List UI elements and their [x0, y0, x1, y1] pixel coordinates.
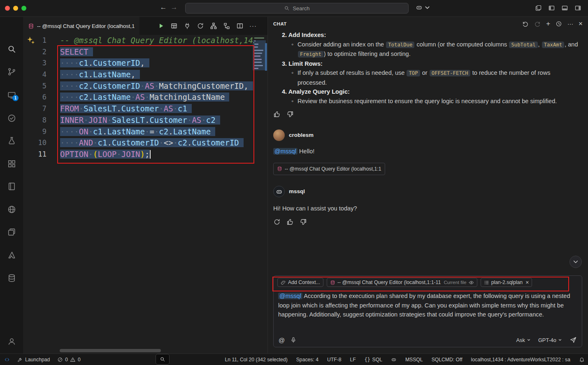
toggle-secondary-sidebar-icon[interactable]: [574, 5, 581, 12]
code-line[interactable]: 2SELECT: [23, 46, 254, 58]
code-editor[interactable]: 1-- @mssql Chat Query Editor (localhost,…: [23, 35, 267, 353]
sidebar-item-github[interactable]: [2, 200, 21, 218]
nav-forward-button[interactable]: →: [170, 3, 179, 12]
regenerate-icon[interactable]: [273, 218, 281, 226]
line-number[interactable]: 2: [23, 46, 60, 58]
mention-button[interactable]: @: [279, 337, 285, 344]
line-number[interactable]: 8: [23, 115, 60, 126]
code-line[interactable]: 11OPTION·(LOOP·JOIN);: [23, 149, 254, 160]
new-chat-icon[interactable]: +: [546, 21, 550, 27]
refresh-connection-icon[interactable]: [197, 22, 204, 30]
schema-compare-icon[interactable]: [223, 22, 230, 30]
code-line[interactable]: 9····ON·c1.LastName·=·c2.LastName: [23, 126, 254, 138]
accounts-button[interactable]: [2, 332, 21, 350]
language-mode-status[interactable]: {}SQL: [365, 357, 382, 363]
schema-tree-icon[interactable]: [210, 22, 217, 30]
maximize-window-button[interactable]: [21, 6, 26, 11]
thumbs-down-icon[interactable]: [300, 218, 307, 226]
outline-list-icon: [484, 280, 489, 285]
mssql-status[interactable]: MSSQL: [405, 357, 423, 363]
braces-icon: {}: [365, 357, 370, 363]
thumbs-up-icon[interactable]: [286, 218, 294, 226]
code-line[interactable]: 8INNER·JOIN·SalesLT.Customer·AS·c2: [23, 115, 254, 126]
sqlcmd-status[interactable]: SQLCMD: Off: [432, 357, 462, 363]
microphone-icon[interactable]: [290, 337, 297, 343]
line-number[interactable]: 5: [23, 81, 60, 92]
close-window-button[interactable]: [5, 6, 10, 11]
model-dropdown[interactable]: GPT-4o: [538, 337, 562, 343]
results-grid-icon[interactable]: [170, 22, 178, 30]
bullet-marker: ◦: [291, 97, 293, 106]
code-line[interactable]: 6····c2.LastName·AS·MatchingLastName: [23, 92, 254, 103]
line-number[interactable]: 7: [23, 103, 60, 115]
sidebar-item-database[interactable]: [2, 269, 21, 287]
line-number[interactable]: 9: [23, 126, 60, 138]
line-number[interactable]: 6: [23, 92, 60, 103]
problems-status[interactable]: 0 0: [57, 357, 81, 363]
history-icon[interactable]: [555, 21, 562, 27]
code-line[interactable]: 3····c1.CustomerID,: [23, 58, 254, 69]
code-line[interactable]: 10····AND·c1.CustomerID·<>·c2.CustomerID: [23, 137, 254, 149]
toggle-sidebar-icon[interactable]: [548, 5, 555, 12]
thumbs-down-icon[interactable]: [286, 111, 294, 118]
sidebar-item-testing[interactable]: [2, 109, 21, 127]
connection-status[interactable]: localhost,1434 : AdventureWorksLT2022 : …: [471, 357, 570, 363]
sidebar-item-remote-explorer[interactable]: 1: [2, 86, 21, 104]
sidebar-item-run-experiments[interactable]: [2, 132, 21, 150]
line-number[interactable]: 1: [23, 35, 60, 46]
copilot-status[interactable]: [391, 357, 397, 363]
sidebar-item-azure[interactable]: [2, 246, 21, 264]
eye-icon[interactable]: [469, 280, 474, 285]
scroll-to-bottom-button[interactable]: [569, 256, 582, 268]
editor-tab[interactable]: -- @mssql Chat Query Editor (localhost,1: [23, 17, 139, 35]
sidebar-item-notebooks[interactable]: [2, 177, 21, 195]
run-query-button[interactable]: [157, 22, 165, 30]
more-actions-icon[interactable]: ···: [249, 22, 257, 30]
notifications-bell[interactable]: [579, 357, 585, 363]
remote-indicator[interactable]: [4, 357, 10, 363]
toggle-panel-icon[interactable]: [561, 5, 568, 12]
sidebar-item-extensions[interactable]: [2, 155, 21, 173]
source-control-icon: [7, 67, 16, 76]
attachment-pill[interactable]: -- @mssql Chat Query Editor (localhost,1…: [273, 163, 385, 176]
indentation-status[interactable]: Spaces: 4: [296, 357, 318, 363]
undo-icon[interactable]: [522, 21, 529, 27]
mode-dropdown[interactable]: Ask: [516, 337, 531, 343]
close-icon[interactable]: ×: [579, 21, 583, 27]
eol-status[interactable]: LF: [350, 357, 356, 363]
line-number[interactable]: 10: [23, 137, 60, 149]
send-button[interactable]: [569, 336, 577, 344]
code-line[interactable]: 5····c2.CustomerID·AS·MatchingCustomerID…: [23, 81, 254, 92]
line-number[interactable]: 3: [23, 58, 60, 69]
context-plan-chip[interactable]: plan-2.sqlplan ×: [481, 278, 532, 287]
code-line[interactable]: 7FROM·SalesLT.Customer·AS·c1: [23, 103, 254, 115]
chat-input-container[interactable]: Add Context... -- @mssql Chat Query Edit…: [273, 275, 582, 347]
command-center-search[interactable]: Search: [185, 3, 409, 14]
line-number[interactable]: 4: [23, 69, 60, 81]
line-number[interactable]: 11: [23, 149, 60, 160]
code-line[interactable]: 1-- @mssql Chat Query Editor (localhost,…: [23, 35, 254, 46]
chat-input-text[interactable]: @mssql According to the execution plan s…: [274, 289, 582, 319]
launchpad-status[interactable]: Launchpad: [17, 357, 50, 363]
text-run: column (or the computed columns: [415, 41, 509, 48]
split-editor-icon[interactable]: [236, 22, 244, 30]
horizontal-scrollbar[interactable]: [60, 349, 161, 352]
redo-icon[interactable]: [534, 21, 541, 27]
connect-plug-icon[interactable]: [184, 22, 191, 30]
inline-code: OFFSET-FETCH: [430, 70, 470, 76]
sidebar-item-search[interactable]: [2, 40, 21, 58]
minimize-window-button[interactable]: [13, 6, 18, 11]
encoding-status[interactable]: UTF-8: [327, 357, 342, 363]
context-file-chip[interactable]: -- @mssql Chat Query Editor (localhost,1…: [327, 278, 477, 287]
more-actions-icon[interactable]: ···: [567, 21, 573, 27]
thumbs-up-icon[interactable]: [273, 111, 281, 118]
sidebar-item-editor-layouts[interactable]: [2, 223, 21, 241]
copilot-menu-button[interactable]: [416, 4, 431, 11]
multiple-windows-icon[interactable]: [535, 5, 542, 12]
remove-attachment-icon[interactable]: ×: [525, 280, 529, 285]
sidebar-item-source-control[interactable]: [2, 62, 21, 81]
code-line[interactable]: 4····c1.LastName,: [23, 69, 254, 81]
add-context-button[interactable]: Add Context...: [277, 278, 323, 287]
cursor-position-status[interactable]: Ln 11, Col 20 (342 selected): [225, 357, 288, 363]
nav-back-button[interactable]: ←: [159, 3, 168, 12]
